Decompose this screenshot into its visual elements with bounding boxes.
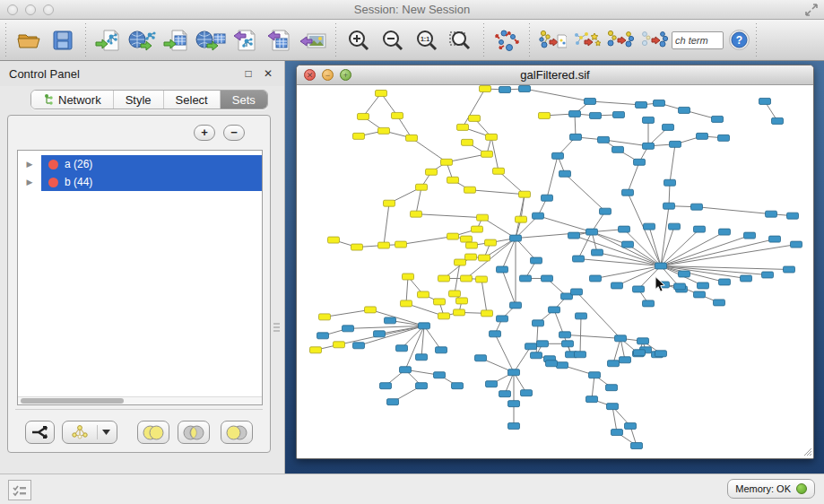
graph-node[interactable] bbox=[452, 383, 464, 389]
graph-node[interactable] bbox=[784, 266, 795, 273]
graph-node[interactable] bbox=[403, 274, 414, 280]
apply-layout-button[interactable] bbox=[490, 22, 524, 58]
graph-node[interactable] bbox=[631, 443, 643, 449]
zoom-fit-selected-button[interactable] bbox=[444, 22, 478, 58]
graph-node[interactable] bbox=[476, 276, 488, 282]
graph-node[interactable] bbox=[613, 111, 625, 117]
graph-node[interactable] bbox=[542, 275, 553, 282]
horizontal-scrollbar[interactable] bbox=[18, 396, 262, 404]
close-panel-button[interactable]: ✕ bbox=[261, 66, 275, 81]
graph-node[interactable] bbox=[365, 307, 377, 313]
graph-node[interactable] bbox=[643, 300, 655, 307]
graph-node[interactable] bbox=[679, 107, 690, 113]
graph-node[interactable] bbox=[465, 254, 477, 260]
graph-node[interactable] bbox=[480, 85, 491, 91]
create-set-dropdown-button[interactable] bbox=[62, 421, 117, 444]
fullscreen-icon[interactable] bbox=[804, 3, 819, 17]
task-history-button[interactable] bbox=[8, 480, 31, 500]
graph-node[interactable] bbox=[353, 343, 365, 349]
graph-node[interactable] bbox=[461, 275, 473, 282]
graph-node[interactable] bbox=[611, 282, 623, 289]
graph-node[interactable] bbox=[481, 310, 493, 317]
new-network-selected-edges-button[interactable] bbox=[569, 22, 603, 58]
graph-node[interactable] bbox=[691, 204, 703, 210]
graph-node[interactable] bbox=[557, 362, 568, 369]
graph-node[interactable] bbox=[493, 168, 505, 174]
open-session-button[interactable] bbox=[12, 22, 46, 58]
graph-node[interactable] bbox=[622, 241, 634, 248]
graph-node[interactable] bbox=[744, 232, 756, 239]
graph-node[interactable] bbox=[741, 275, 752, 282]
graph-node[interactable] bbox=[559, 170, 571, 177]
graph-node[interactable] bbox=[519, 85, 531, 91]
intersect-sets-button[interactable] bbox=[178, 421, 210, 444]
graph-node[interactable] bbox=[698, 282, 709, 289]
minimize-window-button[interactable] bbox=[25, 4, 36, 15]
graph-node[interactable] bbox=[586, 229, 598, 235]
graph-node[interactable] bbox=[418, 291, 429, 298]
set-row-a[interactable]: ▶ a (26) bbox=[18, 155, 262, 173]
graph-node[interactable] bbox=[387, 399, 399, 405]
graph-node[interactable] bbox=[712, 116, 724, 122]
graph-node[interactable] bbox=[674, 283, 686, 290]
graph-node[interactable] bbox=[655, 351, 667, 357]
remove-set-button[interactable]: − bbox=[223, 125, 245, 141]
graph-node[interactable] bbox=[619, 226, 630, 232]
graph-node[interactable] bbox=[718, 135, 730, 141]
set-row-b[interactable]: ▶ b (44) bbox=[18, 173, 262, 191]
graph-node[interactable] bbox=[441, 159, 453, 165]
graph-node[interactable] bbox=[638, 338, 649, 344]
graph-node[interactable] bbox=[508, 423, 520, 430]
graph-node[interactable] bbox=[374, 331, 386, 337]
graph-node[interactable] bbox=[434, 299, 446, 305]
graph-node[interactable] bbox=[385, 317, 396, 324]
graph-node[interactable] bbox=[464, 187, 476, 193]
difference-sets-button[interactable] bbox=[221, 421, 253, 444]
zoom-actual-size-button[interactable]: 1:1 bbox=[410, 22, 444, 58]
graph-node[interactable] bbox=[416, 383, 428, 389]
graph-node[interactable] bbox=[419, 323, 430, 329]
graph-node[interactable] bbox=[454, 309, 465, 316]
export-table-button[interactable] bbox=[262, 22, 296, 58]
graph-node[interactable] bbox=[533, 320, 544, 326]
graph-node[interactable] bbox=[378, 242, 390, 248]
graph-node[interactable] bbox=[384, 200, 395, 206]
graph-node[interactable] bbox=[461, 236, 473, 242]
graph-node[interactable] bbox=[447, 177, 459, 183]
graph-node[interactable] bbox=[426, 169, 438, 175]
graph-node[interactable] bbox=[575, 352, 586, 358]
graph-node[interactable] bbox=[406, 135, 418, 141]
graph-node[interactable] bbox=[519, 191, 531, 197]
graph-node[interactable] bbox=[589, 372, 601, 378]
graph-node[interactable] bbox=[542, 195, 553, 201]
graph-node[interactable] bbox=[606, 385, 618, 391]
graph-node[interactable] bbox=[472, 226, 483, 232]
graph-node[interactable] bbox=[772, 117, 784, 124]
graph-node[interactable] bbox=[490, 331, 501, 337]
graph-node[interactable] bbox=[769, 236, 781, 242]
graph-node[interactable] bbox=[310, 347, 322, 353]
graph-node[interactable] bbox=[600, 208, 611, 214]
graph-node[interactable] bbox=[401, 300, 412, 307]
graph-node[interactable] bbox=[546, 361, 558, 367]
graph-node[interactable] bbox=[510, 302, 522, 308]
graph-node[interactable] bbox=[562, 341, 574, 347]
graph-node[interactable] bbox=[590, 112, 602, 118]
graph-node[interactable] bbox=[317, 333, 329, 339]
graph-node[interactable] bbox=[508, 401, 520, 407]
graph-node[interactable] bbox=[449, 291, 461, 297]
graph-node[interactable] bbox=[411, 211, 422, 217]
graph-node[interactable] bbox=[590, 275, 602, 282]
scrollbar-thumb[interactable] bbox=[21, 398, 124, 404]
zoom-out-button[interactable] bbox=[376, 22, 410, 58]
graph-node[interactable] bbox=[477, 214, 489, 221]
graph-node[interactable] bbox=[533, 213, 544, 219]
expand-arrow-icon[interactable]: ▶ bbox=[18, 160, 41, 169]
graph-node[interactable] bbox=[664, 179, 676, 186]
graph-node[interactable] bbox=[497, 266, 508, 273]
graph-node[interactable] bbox=[549, 307, 560, 313]
graph-node[interactable] bbox=[516, 216, 527, 222]
graph-node[interactable] bbox=[485, 239, 497, 246]
graph-node[interactable] bbox=[508, 369, 520, 376]
tab-sets[interactable]: Sets bbox=[221, 91, 267, 109]
